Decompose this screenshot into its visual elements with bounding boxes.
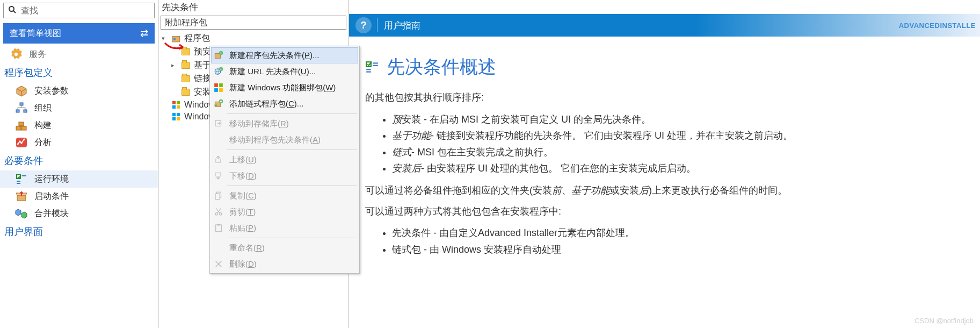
nav-label: 分析 xyxy=(34,137,52,148)
chevron-right-icon[interactable]: ▸ xyxy=(171,62,178,69)
gear-icon xyxy=(10,48,23,61)
svg-rect-5 xyxy=(16,126,21,130)
list-item: 链式包 - 由 Windows 安装程序自动处理 xyxy=(392,241,976,258)
svg-rect-46 xyxy=(217,224,220,226)
tree-root[interactable]: ▾ 程序包 xyxy=(161,32,346,45)
nav-item-build[interactable]: 构建 xyxy=(0,117,158,134)
menu-item[interactable]: 新建 URL 先决条件(U)... xyxy=(211,63,358,80)
watermark: CSDN @notfindjob xyxy=(914,317,974,325)
menu-separator xyxy=(227,238,357,238)
nav-item-services[interactable]: 服务 xyxy=(0,46,158,63)
menu-separator xyxy=(227,186,357,186)
chevron-down-icon[interactable]: ▾ xyxy=(162,35,168,42)
menu-item: 下移(D) xyxy=(211,168,358,184)
svg-rect-21 xyxy=(172,105,176,109)
checklist-icon xyxy=(365,60,379,74)
menu-item[interactable]: 新建程序包先决条件(P)... xyxy=(211,47,358,63)
nav-label: 组织 xyxy=(34,103,52,114)
svg-rect-31 xyxy=(214,83,218,87)
blank-icon xyxy=(213,134,224,145)
paste-icon xyxy=(213,223,224,233)
doc-heading: 先决条件概述 xyxy=(365,55,976,80)
help-pane: ? 用户指南 ADVANCEDINSTALLE 先决条件概述 的其他包按其执行顺… xyxy=(349,0,980,328)
svg-point-12 xyxy=(23,138,25,140)
menu-item-label: 粘贴(P) xyxy=(229,223,256,233)
svg-point-9 xyxy=(17,143,18,145)
open-box-icon xyxy=(15,190,28,203)
move-repo-icon xyxy=(213,118,224,129)
menu-item: 移动到程序包先决条件(A) xyxy=(211,132,358,148)
windows-icon xyxy=(171,100,181,110)
svg-point-18 xyxy=(173,38,176,40)
move-down-icon xyxy=(213,170,224,181)
menu-item: 粘贴(P) xyxy=(211,220,358,236)
tree-label: 基于 xyxy=(194,60,211,71)
svg-rect-45 xyxy=(216,225,222,232)
folder-icon xyxy=(181,47,191,57)
windows-shield-icon xyxy=(171,112,181,122)
menu-item-label: 复制(C) xyxy=(229,191,257,201)
nav-item-runtime-env[interactable]: 运行环境 xyxy=(0,170,158,188)
nav-item-launch-conditions[interactable]: 启动条件 xyxy=(0,188,158,205)
nav-label: 服务 xyxy=(29,49,46,60)
list-item: 基于功能- 链接到安装程序功能的先决条件。 它们由安装程序 UI 处理，并在主安… xyxy=(392,127,976,144)
nav-heading-package-def: 程序包定义 xyxy=(0,63,158,82)
nav-label: 构建 xyxy=(34,120,52,131)
tree-pane-title: 先决条件 xyxy=(158,0,349,15)
package-plus-icon xyxy=(213,50,224,61)
svg-rect-26 xyxy=(177,117,180,120)
move-up-icon xyxy=(213,154,224,165)
menu-item-label: 剪切(T) xyxy=(229,207,256,217)
list-item: 链式- MSI 包在主安装完成之前执行。 xyxy=(392,144,976,161)
box-icon xyxy=(15,84,28,97)
blank-icon xyxy=(213,243,224,253)
svg-rect-20 xyxy=(177,101,180,104)
search-icon xyxy=(8,5,17,16)
search-input[interactable] xyxy=(21,6,150,16)
doc-intro: 的其他包按其执行顺序排序: xyxy=(365,89,976,106)
menu-item[interactable]: 新建 Windows 功能捆绑包(W) xyxy=(211,80,358,96)
nav-item-analyze[interactable]: 分析 xyxy=(0,134,158,151)
windows-bundle-icon xyxy=(213,82,224,93)
banner-brand: ADVANCEDINSTALLE xyxy=(899,22,980,30)
tree-filter-input[interactable] xyxy=(161,16,346,30)
svg-rect-2 xyxy=(20,103,23,105)
nav-item-merge-modules[interactable]: 合并模块 xyxy=(0,205,158,222)
menu-item[interactable]: 添加链式程序包(C)... xyxy=(211,96,358,112)
folder-icon xyxy=(181,61,191,70)
cut-icon xyxy=(213,206,224,217)
svg-rect-7 xyxy=(19,122,24,126)
search-box[interactable] xyxy=(3,3,155,18)
list-item: 安装后- 由安装程序 UI 处理的其他包。 它们在您的主安装完成后启动。 xyxy=(392,160,976,177)
help-banner: ? 用户指南 ADVANCEDINSTALLE xyxy=(349,14,980,37)
nav-heading-ui: 用户界面 xyxy=(0,222,158,241)
nav-label: 安装参数 xyxy=(34,85,69,97)
simple-view-button[interactable]: 查看简单视图 ⇄ xyxy=(3,23,155,44)
help-icon: ? xyxy=(355,17,372,33)
svg-rect-36 xyxy=(215,105,217,106)
nav-heading-requirements: 必要条件 xyxy=(0,151,158,170)
tree-label: 链接 xyxy=(194,73,211,84)
doc-para-3: 可以通过两种方式将其他包包含在安装程序中: xyxy=(365,203,976,220)
menu-item-label: 新建 URL 先决条件(U)... xyxy=(229,67,316,77)
view-button-label: 查看简单视图 xyxy=(10,28,61,39)
menu-item-label: 下移(D) xyxy=(229,171,257,181)
tree-label: 程序包 xyxy=(184,33,210,44)
svg-rect-25 xyxy=(172,117,176,120)
menu-item-label: 上移(U) xyxy=(229,155,257,165)
menu-item-label: 移动到存储库(R) xyxy=(229,119,289,129)
svg-point-10 xyxy=(19,140,20,142)
menu-item-label: 重命名(R) xyxy=(229,243,265,253)
left-navigation-pane: 查看简单视图 ⇄ 服务 程序包定义 安装参数 组织 构建 分析 必要条件 运行环… xyxy=(0,0,158,328)
svg-rect-19 xyxy=(172,101,176,104)
menu-item-label: 新建程序包先决条件(P)... xyxy=(229,51,320,61)
svg-rect-4 xyxy=(24,110,27,112)
nav-item-install-params[interactable]: 安装参数 xyxy=(0,82,158,99)
url-plus-icon xyxy=(213,66,224,77)
help-document: 先决条件概述 的其他包按其执行顺序排序: 预安装 - 在启动 MSI 之前安装可… xyxy=(349,37,980,267)
banner-title: 用户指南 xyxy=(384,19,420,32)
list-item: 预安装 - 在启动 MSI 之前安装可自定义 UI 的全局先决条件。 xyxy=(392,111,976,128)
menu-item-label: 添加链式程序包(C)... xyxy=(229,99,303,109)
menu-item-label: 移动到程序包先决条件(A) xyxy=(229,135,321,145)
nav-item-organization[interactable]: 组织 xyxy=(0,99,158,117)
